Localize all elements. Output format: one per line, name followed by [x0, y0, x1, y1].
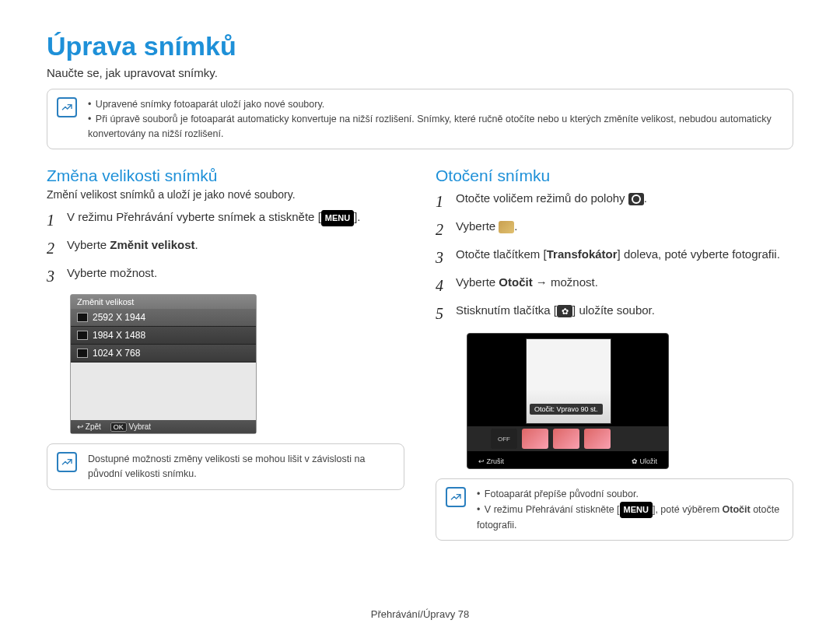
rotate-thumb [522, 429, 548, 449]
resize-note-box: Dostupné možnosti změny velikosti se moh… [47, 443, 404, 490]
rotate-step-5: 5 Stisknutím tlačítka [] uložíte soubor. [436, 302, 793, 325]
rotate-tooltip: Otočit: Vpravo 90 st. [530, 404, 603, 415]
resize-step-2: 2 Vyberte Změnit velikost. [47, 236, 404, 260]
resize-option: 1024 X 768 [71, 345, 256, 363]
step-number: 5 [436, 302, 456, 325]
intro-note-box: Upravené snímky fotoaparát uloží jako no… [47, 89, 793, 149]
step-number: 4 [436, 274, 456, 297]
page-title: Úprava snímků [47, 31, 793, 61]
step-number: 2 [47, 236, 67, 260]
rotate-section: Otočení snímku 1 Otočte voličem režimů d… [436, 166, 793, 558]
rotate-heading: Otočení snímku [436, 166, 793, 185]
rotate-note-box: Fotoaparát přepíše původní soubor. V rež… [436, 478, 793, 541]
menu-button-label: MENU [321, 210, 354, 226]
resize-menu-title: Změnit velikost [71, 295, 256, 309]
rotate-step-3: 3 Otočte tlačítkem [Transfokátor] doleva… [436, 246, 793, 269]
step-number: 2 [436, 218, 456, 241]
rotate-thumb [584, 429, 611, 449]
intro-note-2: Při úpravě souborů je fotoaparát automat… [88, 112, 783, 142]
intro-note-1: Upravené snímky fotoaparát uloží jako no… [88, 97, 783, 112]
rotate-off-thumb: OFF [491, 429, 517, 449]
rotate-step-4: 4 Vyberte Otočit → možnost. [436, 274, 793, 297]
resize-section: Změna velikosti snímků Změní velikost sn… [47, 166, 404, 558]
resize-option: 1984 X 1488 [71, 327, 256, 345]
rotate-step-2: 2 Vyberte . [436, 218, 793, 241]
resize-menu-screenshot: Změnit velikost 2592 X 1944 1984 X 1488 … [70, 294, 257, 434]
mode-dial-icon [628, 193, 644, 205]
page-footer: Přehrávání/Úpravy 78 [0, 608, 840, 620]
rotate-save-label: ✿ Uložit [632, 457, 657, 465]
rotate-step-1: 1 Otočte voličem režimů do polohy . [436, 190, 793, 213]
step-number: 3 [47, 264, 67, 288]
resize-menu-footer: ↩ Zpět OK Vybrat [71, 420, 256, 433]
step-number: 1 [47, 208, 67, 232]
resize-step-3: 3 Vyberte možnost. [47, 264, 404, 288]
resize-heading: Změna velikosti snímků [47, 166, 404, 185]
resize-note-text: Dostupné možnosti změny velikosti se moh… [88, 454, 365, 479]
resize-step-1: 1 V režimu Přehrávání vyberte snímek a s… [47, 208, 404, 232]
step-number: 1 [436, 190, 456, 213]
step-number: 3 [436, 246, 456, 269]
menu-button-label: MENU [620, 502, 653, 518]
resize-option: 2592 X 1944 [71, 309, 256, 327]
rotate-screenshot: Otočit: Vpravo 90 st. OFF ↩ Zrušit ✿ Ulo… [467, 333, 669, 469]
rotate-note-1: Fotoaparát přepíše původní soubor. [477, 487, 783, 502]
note-icon [57, 452, 77, 472]
rotate-cancel-label: ↩ Zrušit [478, 457, 504, 465]
resize-subheading: Změní velikost snímků a uloží je jako no… [47, 188, 404, 201]
note-icon [446, 487, 466, 507]
note-icon [57, 97, 77, 117]
rotate-thumb [553, 429, 579, 449]
macro-button-icon [557, 305, 572, 317]
rotate-note-2: V režimu Přehrávání stiskněte [MENU], po… [477, 502, 783, 532]
page-subtitle: Naučte se, jak upravovat snímky. [47, 66, 793, 79]
rotate-thumbnails: OFF [467, 426, 668, 451]
edit-mode-icon [499, 221, 514, 233]
